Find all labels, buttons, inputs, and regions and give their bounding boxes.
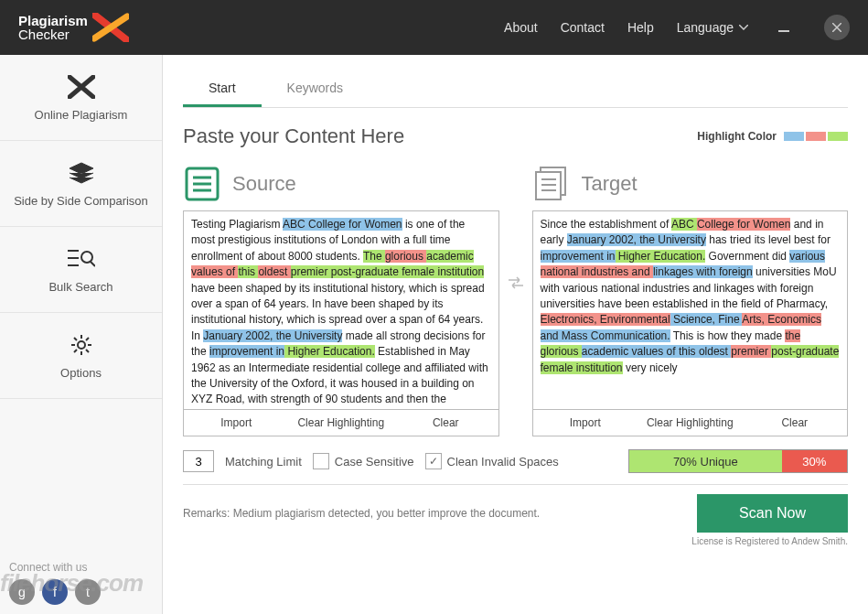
brand-line1: Plagiarism — [18, 14, 88, 27]
source-clear-hl-button[interactable]: Clear Highlighting — [289, 410, 394, 436]
swap-button[interactable] — [507, 276, 525, 289]
sidebar-footer: Connect with us filehorse.com g f t — [0, 552, 162, 614]
sidebar-item-label: Online Plagiarism — [9, 108, 153, 122]
chevron-down-icon — [739, 25, 748, 30]
brand-line2: Checker — [18, 27, 88, 41]
target-import-button[interactable]: Import — [533, 410, 638, 436]
highlight-swatches[interactable] — [784, 132, 848, 141]
twitter-button[interactable]: t — [75, 579, 101, 605]
menu-contact[interactable]: Contact — [561, 20, 605, 35]
tabs: Start Keywords — [183, 71, 848, 108]
minimize-button[interactable] — [771, 16, 797, 39]
documents-icon — [532, 165, 571, 203]
menu-about[interactable]: About — [504, 20, 538, 35]
swatch-red[interactable] — [806, 132, 826, 141]
sidebar-item-label: Side by Side Comparison — [9, 194, 153, 208]
target-textbox[interactable]: Since the establishment of ABC College f… — [532, 210, 849, 410]
list-search-icon — [68, 248, 95, 270]
scan-now-button[interactable]: Scan Now — [697, 494, 848, 533]
matching-limit-label: Matching Limit — [225, 455, 302, 469]
source-import-button[interactable]: Import — [184, 410, 289, 436]
case-sensitive-label: Case Sensitive — [335, 455, 414, 469]
target-panel: Target Since the establishment of ABC Co… — [532, 157, 849, 436]
app-logo: Plagiarism Checker — [18, 13, 129, 42]
sidebar: Online Plagiarism Side by Side Compariso… — [0, 55, 163, 614]
sidebar-item-bulk-search[interactable]: Bulk Search — [0, 227, 162, 313]
source-title: Source — [232, 172, 296, 196]
svg-point-2 — [78, 341, 85, 349]
target-title: Target — [582, 172, 638, 196]
titlebar: Plagiarism Checker About Contact Help La… — [0, 0, 868, 55]
swatch-green[interactable] — [828, 132, 848, 141]
tab-keywords[interactable]: Keywords — [262, 71, 369, 107]
license-text: License is Registered to Andew Smith. — [183, 536, 848, 546]
swap-icon — [509, 276, 523, 289]
layers-icon — [68, 161, 95, 185]
facebook-button[interactable]: f — [42, 579, 68, 605]
case-sensitive-checkbox[interactable] — [313, 453, 329, 469]
logo-x-icon — [92, 13, 129, 42]
swatch-blue[interactable] — [784, 132, 804, 141]
minimize-icon — [778, 30, 789, 32]
menu-language[interactable]: Language — [677, 20, 748, 35]
stats-bar: 70% Unique 30% — [628, 449, 848, 473]
connect-label: Connect with us — [9, 561, 153, 574]
tab-start[interactable]: Start — [183, 71, 262, 107]
main-content: Start Keywords Paste your Content Here H… — [163, 55, 868, 614]
unique-stat: 70% Unique — [629, 450, 782, 472]
sidebar-item-options[interactable]: Options — [0, 313, 162, 399]
sidebar-item-label: Bulk Search — [9, 280, 153, 294]
target-clear-button[interactable]: Clear — [743, 410, 848, 436]
sidebar-item-side-by-side[interactable]: Side by Side Comparison — [0, 141, 162, 227]
source-panel: Source Testing Plagiarism ABC College fo… — [183, 157, 499, 436]
sidebar-item-label: Options — [9, 366, 153, 380]
source-actions: Import Clear Highlighting Clear — [183, 410, 499, 436]
highlight-color-label: Highlight Color — [697, 130, 848, 143]
clean-spaces-checkbox[interactable]: ✓ — [425, 453, 442, 469]
svg-point-1 — [81, 252, 92, 263]
options-row: Matching Limit Case Sensitive ✓ Clean In… — [183, 449, 848, 473]
sidebar-item-online-plagiarism[interactable]: Online Plagiarism — [0, 55, 162, 141]
close-button[interactable] — [824, 15, 850, 40]
menu-language-label: Language — [677, 20, 734, 35]
source-textbox[interactable]: Testing Plagiarism ABC College for Women… — [183, 210, 499, 410]
x-icon — [68, 75, 95, 99]
clean-spaces-label: Clean Invalid Spaces — [447, 455, 559, 469]
close-icon — [832, 23, 841, 32]
target-actions: Import Clear Highlighting Clear — [532, 410, 849, 436]
target-clear-hl-button[interactable]: Clear Highlighting — [638, 410, 743, 436]
page-title: Paste your Content Here — [183, 124, 404, 148]
document-icon — [183, 165, 221, 203]
remarks-text: Remarks: Medium plagiarism detected, you… — [183, 507, 679, 520]
svg-rect-0 — [778, 30, 789, 32]
menu-help[interactable]: Help — [627, 20, 654, 35]
top-menu: About Contact Help Language — [504, 15, 850, 40]
matching-limit-input[interactable] — [183, 450, 214, 472]
gear-icon — [70, 333, 93, 357]
plagiarism-stat: 30% — [782, 450, 847, 472]
source-clear-button[interactable]: Clear — [393, 410, 498, 436]
google-plus-button[interactable]: g — [9, 579, 35, 605]
